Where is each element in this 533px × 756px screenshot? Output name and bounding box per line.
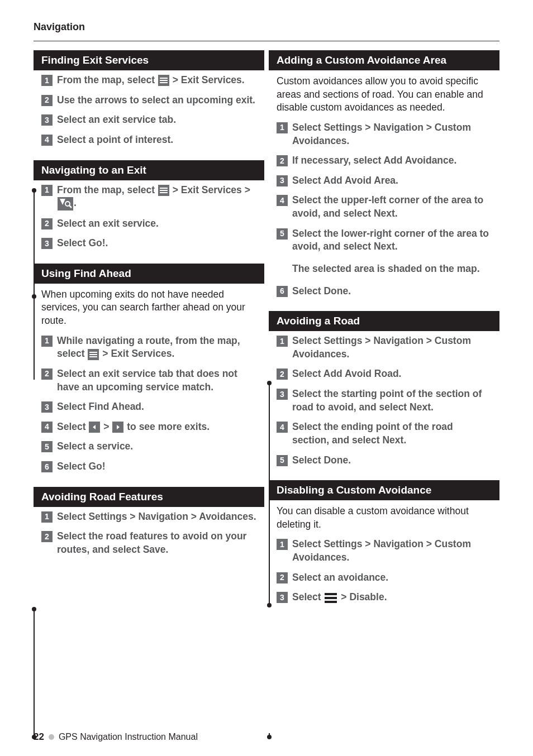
step-number: 1: [277, 336, 288, 347]
step-number: 4: [41, 422, 53, 433]
card-using-find-ahead: Using Find Ahead When upcoming exits do …: [34, 264, 264, 481]
step: 1 Select Settings > Navigation > Custom …: [269, 534, 499, 567]
card-intro: When upcoming exits do not have needed s…: [34, 284, 264, 331]
step-text: Select a service.: [57, 440, 256, 453]
step-text: Select Settings > Navigation > Custom Av…: [292, 121, 492, 147]
step: 1 From the map, select > Exit Services >…: [34, 180, 264, 214]
step-result: The selected area is shaded on the map.: [269, 257, 499, 281]
page-number: 22: [34, 731, 44, 743]
step-text: >: [101, 421, 112, 432]
step: 5 Select the lower-right corner of the a…: [269, 224, 499, 257]
step-text: Use the arrows to select an upcoming exi…: [57, 94, 256, 107]
step-number: 4: [277, 422, 288, 433]
step-text: Select Done.: [292, 454, 492, 467]
svg-point-0: [65, 202, 70, 206]
step-text: > Disable.: [338, 591, 387, 602]
step: 1 From the map, select > Exit Services.: [34, 70, 264, 90]
step-number: 6: [277, 286, 288, 297]
step-number: 3: [41, 401, 53, 413]
step-number: 1: [41, 75, 53, 86]
card-finding-exit-services: Finding Exit Services 1 From the map, se…: [34, 50, 264, 155]
step-number: 1: [41, 511, 53, 523]
step: 2 Select Add Avoid Road.: [269, 364, 499, 384]
step-number: 5: [41, 441, 53, 452]
step-text: Select Settings > Navigation > Avoidance…: [57, 510, 256, 524]
step: 2 Select the road features to avoid on y…: [34, 527, 264, 570]
step-text: From the map, select: [57, 184, 158, 195]
step: 3 Select an exit service tab.: [34, 110, 264, 130]
card-title: Navigating to an Exit: [34, 160, 264, 180]
step-text: > Exit Services.: [170, 74, 245, 85]
step: 2 Use the arrows to select an upcoming e…: [34, 90, 264, 111]
card-avoiding-a-road: Avoiding a Road 1 Select Settings > Navi…: [269, 311, 499, 475]
step-text: From the map, select: [57, 74, 158, 85]
svg-line-1: [69, 205, 72, 208]
step-text: Select the starting point of the section…: [292, 387, 492, 414]
step-text: Select the upper-left corner of the area…: [292, 194, 492, 220]
step-text: Select: [57, 421, 88, 432]
divider: [34, 41, 499, 41]
arrow-right-icon: [112, 422, 123, 433]
step-text: Select the lower-right corner of the are…: [292, 227, 492, 253]
step-text: .: [74, 197, 77, 208]
card-navigating-to-exit: Navigating to an Exit 1 From the map, se…: [34, 160, 264, 258]
card-title: Avoiding Road Features: [34, 487, 264, 507]
step-text: Select Settings > Navigation > Custom Av…: [292, 334, 492, 361]
step: 2 Select an exit service.: [34, 214, 264, 234]
step-text: Select Done.: [292, 285, 492, 298]
step-text: Select a point of interest.: [57, 133, 256, 147]
card-intro: Custom avoidances allow you to avoid spe…: [269, 70, 499, 118]
step: 1 Select Settings > Navigation > Custom …: [269, 331, 499, 364]
card-adding-custom-avoidance-area: Adding a Custom Avoidance Area Custom av…: [269, 50, 499, 305]
step: 4 Select the ending point of the road se…: [269, 417, 499, 450]
step: 2 If necessary, select Add Avoidance.: [269, 151, 499, 171]
poi-search-icon: [58, 197, 73, 210]
step-number: 6: [41, 461, 53, 472]
step-text: Select Add Avoid Road.: [292, 367, 492, 381]
step-number: 5: [277, 455, 288, 466]
step-text: Select Go!.: [57, 237, 256, 250]
step-number: 2: [41, 218, 53, 229]
step-number: 2: [277, 155, 288, 166]
connector-line: [34, 609, 35, 738]
step-number: 1: [277, 539, 288, 550]
menu-icon: [158, 75, 169, 86]
step-text: Select Settings > Navigation > Custom Av…: [292, 538, 492, 564]
step: 1 While navigating a route, from the map…: [34, 331, 264, 364]
step: 2 Select an avoidance.: [269, 568, 499, 588]
step-number: 3: [41, 238, 53, 249]
step: 6 Select Done.: [269, 281, 499, 306]
step: 4 Select > to see more exits.: [34, 417, 264, 437]
card-title: Disabling a Custom Avoidance: [269, 480, 499, 500]
step-number: 5: [277, 228, 288, 240]
step: 3 Select the starting point of the secti…: [269, 384, 499, 417]
step-text: Select an exit service tab that does not…: [57, 367, 256, 394]
step-number: 2: [277, 572, 288, 583]
card-title: Avoiding a Road: [269, 311, 499, 331]
step-text: Select the ending point of the road sect…: [292, 420, 492, 447]
step: 3 Select Go!.: [34, 233, 264, 258]
step-number: 3: [41, 114, 53, 126]
card-avoiding-road-features: Avoiding Road Features 1 Select Settings…: [34, 487, 264, 570]
step-text: Select an exit service tab.: [57, 113, 256, 127]
step-number: 1: [41, 336, 53, 347]
card-title: Using Find Ahead: [34, 264, 264, 284]
menu-icon: [88, 349, 99, 360]
connector-line: [269, 733, 270, 738]
step-number: 4: [41, 135, 53, 146]
step: 3 Select > Disable.: [269, 587, 499, 607]
arrow-left-icon: [89, 422, 100, 433]
step-number: 3: [277, 175, 288, 186]
step-number: 4: [277, 195, 288, 206]
step-text: Select Find Ahead.: [57, 400, 256, 414]
step-text: to see more exits.: [124, 421, 210, 432]
step-number: 1: [277, 122, 288, 133]
step: 6 Select Go!: [34, 457, 264, 481]
step-number: 3: [277, 389, 288, 400]
step: 1 Select Settings > Navigation > Avoidan…: [34, 507, 264, 527]
step-text: > Exit Services.: [99, 348, 174, 359]
section-heading: Navigation: [34, 21, 499, 33]
step-text: If necessary, select Add Avoidance.: [292, 154, 492, 168]
card-title: Adding a Custom Avoidance Area: [269, 50, 499, 70]
step: 3 Select Find Ahead.: [34, 397, 264, 417]
